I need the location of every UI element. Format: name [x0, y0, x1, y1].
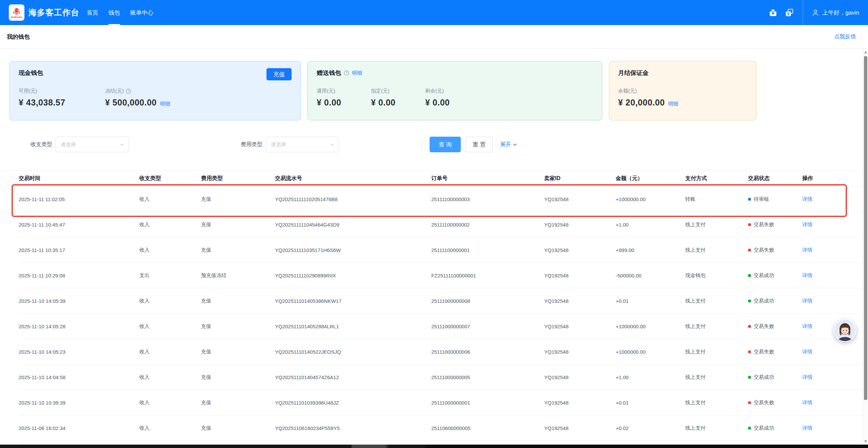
- balance-amount: ¥ 20,000.00: [618, 98, 665, 108]
- cell-income-type: 收入: [139, 349, 201, 355]
- brand-logo[interactable]: SeaDocker: [9, 4, 24, 21]
- cell-pay-method: 线上支付: [685, 298, 748, 304]
- cell-amount: +0.01: [616, 400, 685, 406]
- detail-link[interactable]: 详情: [802, 374, 812, 380]
- cell-pay-method: 线上支付: [685, 247, 748, 253]
- expand-toggle[interactable]: 展开: [500, 141, 517, 148]
- cell-pay-method: 现金钱包: [685, 272, 748, 279]
- cell-amount: -500000.00: [616, 273, 685, 278]
- status-text: 交易失败: [754, 221, 774, 228]
- nav-item-home[interactable]: 首页: [87, 0, 98, 25]
- translate-icon[interactable]: 文: [785, 8, 794, 17]
- detail-link[interactable]: 详情: [802, 425, 812, 431]
- column-header: 卖家ID: [544, 175, 616, 182]
- search-button[interactable]: 查 询: [430, 137, 461, 152]
- designated-label: 指定(元): [371, 88, 425, 94]
- detail-link[interactable]: 详情: [802, 272, 812, 278]
- detail-link[interactable]: 详情: [802, 323, 812, 329]
- nav-item-billing[interactable]: 账单中心: [130, 0, 153, 25]
- status-text: 交易失败: [754, 247, 774, 253]
- table-row: 2025-11-11 11:02:05 收入 充值 YQ202511111102…: [19, 187, 868, 212]
- cell-income-type: 收入: [139, 400, 201, 406]
- gift-wallet-title: 赠送钱包: [317, 69, 341, 77]
- status-text: 交易成功: [754, 425, 774, 431]
- detail-link[interactable]: 详情: [802, 400, 812, 405]
- cell-pay-method: 线上支付: [685, 349, 748, 355]
- cell-fee-type: 充值: [201, 425, 275, 431]
- gift-detail-link[interactable]: 明细: [352, 70, 362, 76]
- cell-fee-type: 充值: [201, 349, 275, 355]
- detail-link[interactable]: 详情: [802, 196, 812, 202]
- frozen-label: 冻结(元) ?: [105, 88, 170, 94]
- cash-wallet-card: 现金钱包 充值 可用(元) ¥ 43,038.57 冻结(元) ?: [9, 61, 301, 120]
- cell-amount: +0.01: [616, 298, 685, 304]
- scroll-down-icon[interactable]: ▼: [863, 438, 868, 445]
- cell-income-type: 收入: [139, 221, 201, 228]
- svg-text:文: 文: [786, 12, 790, 16]
- detail-link[interactable]: 详情: [802, 298, 812, 304]
- scroll-up-icon[interactable]: ▲: [863, 48, 868, 55]
- feedback-link[interactable]: 点我反馈: [834, 33, 856, 40]
- cash-wallet-title: 现金钱包: [19, 69, 43, 77]
- cell-order-number: 25111000000006: [431, 349, 544, 355]
- fee-type-label: 费用类型: [241, 141, 262, 148]
- help-icon[interactable]: ?: [344, 70, 349, 76]
- balance-label: 余额(元): [618, 88, 678, 94]
- svg-text:?: ?: [127, 89, 130, 93]
- cell-fee-type: 充值: [201, 400, 275, 406]
- cell-amount: +1.00: [616, 222, 685, 228]
- page-title: 我的钱包: [7, 33, 30, 41]
- cell-order-number: FZ25111100000001: [431, 273, 544, 278]
- cell-fee-type: 充值: [201, 221, 275, 228]
- cell-status: 交易成功: [748, 272, 802, 279]
- assistant-avatar[interactable]: [833, 319, 856, 342]
- cell-pay-method: 线上支付: [685, 221, 748, 228]
- cell-order-number: 25111000000001: [431, 400, 544, 406]
- cell-fee-type: 充值: [201, 323, 275, 330]
- cell-order-number: 25111000000007: [431, 324, 544, 329]
- cell-fee-type: 充值: [201, 298, 275, 304]
- cell-seller-id: YQ192548: [544, 196, 616, 202]
- vertical-scrollbar[interactable]: ▲ ▼: [863, 48, 868, 445]
- nav-item-wallet[interactable]: 钱包: [108, 0, 120, 25]
- reset-button[interactable]: 重 置: [466, 137, 493, 152]
- column-header: 交易时间: [19, 175, 139, 182]
- column-header: 金额（元）: [616, 175, 685, 182]
- chevron-down-icon: [513, 142, 517, 147]
- recharge-button[interactable]: 充值: [267, 68, 292, 80]
- cell-amount: +999.00: [616, 247, 685, 253]
- cell-transaction-time: 2025-11-11 11:02:05: [19, 196, 139, 202]
- column-header: 订单号: [431, 175, 544, 182]
- frozen-detail-link[interactable]: 明细: [160, 101, 170, 107]
- cell-transaction-time: 2025-11-10 14:05:28: [19, 324, 139, 329]
- cell-pay-method: 线上支付: [685, 425, 748, 431]
- fee-type-select[interactable]: 请选择: [266, 137, 339, 152]
- cell-pay-method: 线上支付: [685, 323, 748, 330]
- column-header: 收支类型: [139, 175, 201, 182]
- cell-income-type: 收入: [139, 196, 201, 202]
- status-text: 待审核: [754, 196, 769, 202]
- status-dot: [748, 274, 751, 277]
- scrollbar-thumb[interactable]: [864, 56, 867, 400]
- cell-order-number: 25111100000003: [431, 196, 544, 202]
- income-type-select[interactable]: 请选择: [56, 137, 129, 152]
- detail-link[interactable]: 详情: [802, 349, 812, 354]
- cell-status: 交易失败: [748, 221, 802, 228]
- user-menu[interactable]: 上午好，gavin: [812, 9, 859, 17]
- download-icon[interactable]: [769, 8, 777, 17]
- topbar-right: 文 上午好，gavin: [769, 0, 859, 25]
- detail-link[interactable]: 详情: [802, 247, 812, 253]
- cell-status: 交易失败: [748, 349, 802, 355]
- status-dot: [748, 299, 751, 303]
- detail-link[interactable]: 详情: [802, 221, 812, 227]
- topbar-divider: [803, 0, 803, 25]
- income-type-label: 收支类型: [31, 141, 52, 148]
- cell-serial-number: YQ20251110140522JEOSJQ: [275, 349, 431, 355]
- cell-transaction-time: 2025-11-11 10:35:17: [19, 247, 139, 253]
- cell-amount: +1000000.00: [616, 196, 685, 202]
- deposit-detail-link[interactable]: 明细: [668, 101, 678, 107]
- top-navbar: SeaDocker 海多客工作台 首页 钱包 账单中心: [0, 0, 868, 25]
- bottom-scrollbar[interactable]: [0, 445, 868, 448]
- help-icon[interactable]: ?: [126, 89, 131, 94]
- cell-fee-type: 充值: [201, 196, 275, 202]
